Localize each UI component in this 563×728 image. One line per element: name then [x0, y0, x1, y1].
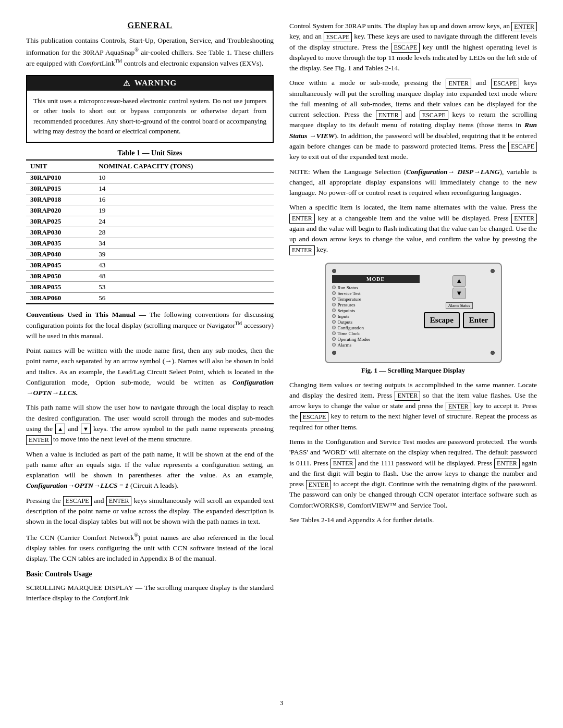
warning-header: ⚠ WARNING [27, 76, 273, 91]
table-row: 30RAP02524 [26, 216, 274, 227]
display-panel: MODE Run Status Service Test [325, 263, 502, 363]
down-arrow: ▼ [452, 288, 466, 299]
items-config-paragraph: Items in the Configuration and Service T… [289, 437, 537, 511]
table-row: 30RAP04543 [26, 260, 274, 270]
dot-left [332, 269, 336, 273]
table-row: 30RAP05048 [26, 270, 274, 281]
escape-key-panel: Escape [424, 312, 460, 328]
table-row: 30RAP03534 [26, 238, 274, 249]
escape-key-r3: ESCAPE [491, 79, 520, 89]
escape-key-r5: ESCAPE [508, 142, 537, 152]
table-cell-unit: 30RAP035 [26, 238, 94, 249]
warning-icon: ⚠ [123, 79, 130, 88]
path-name-paragraph: This path name will show the user how to… [26, 402, 274, 445]
enter-key-r6: ENTER [289, 245, 315, 255]
specific-item-paragraph: When a specific item is located, the ite… [289, 202, 537, 255]
mode-item-label: Configuration [338, 325, 364, 330]
mode-dot [332, 286, 336, 289]
up-arrow-btn: ▲ [55, 424, 65, 435]
dot-bottom-left [332, 351, 336, 355]
escape-key-r1: ESCAPE [324, 32, 352, 42]
enter-key-r8: ENTER [446, 402, 471, 412]
right-p1: Control System for 30RAP units. The disp… [289, 21, 537, 73]
right-column: Control System for 30RAP units. The disp… [289, 21, 537, 689]
table-row: 30RAP02019 [26, 205, 274, 216]
enter-key-r9: ENTER [331, 459, 356, 468]
table-cell-capacity: 53 [94, 281, 274, 292]
basic-controls-heading: Basic Controls Usage [26, 569, 274, 579]
up-arrow: ▲ [452, 275, 466, 287]
table-cell-unit: 30RAP055 [26, 281, 94, 292]
mode-items-list: Run Status Service Test Temperature [332, 285, 420, 348]
conventions-heading: Conventions Used in This Manual — [26, 311, 146, 318]
mode-item-label: Operating Modes [338, 337, 371, 342]
table-row: 30RAP01010 [26, 172, 274, 183]
left-column: GENERAL This publication contains Contro… [26, 21, 274, 689]
right-p2: Once within a mode or sub-mode, pressing… [289, 78, 537, 162]
mode-item-label: Service Test [338, 291, 361, 296]
table-cell-unit: 30RAP030 [26, 227, 94, 238]
see-tables-paragraph: See Tables 2-14 and Appendix A for furth… [289, 515, 537, 525]
escape-key-r2: ESCAPE [391, 43, 420, 53]
unit-sizes-table: UNIT NOMINAL CAPACITY (TONS) 30RAP010103… [26, 159, 274, 304]
mode-dot [332, 314, 336, 318]
enter-key-inline-2: ENTER [106, 496, 132, 506]
enter-key-r7: ENTER [395, 391, 420, 401]
enter-key-r11: ENTER [306, 480, 332, 490]
mode-dot [332, 309, 336, 312]
scrolling-paragraph: SCROLLING MARQUEE DISPLAY — The scrollin… [26, 583, 274, 604]
mode-item-label: Pressures [338, 302, 356, 307]
table-cell-capacity: 28 [94, 227, 274, 238]
mode-item: Service Test [332, 291, 420, 296]
table-row: 30RAP05553 [26, 281, 274, 292]
page-number: 3 [26, 699, 537, 707]
table-cell-unit: 30RAP060 [26, 292, 94, 304]
alarm-status-box: Alarm Status [446, 302, 473, 309]
conventions-paragraph: Conventions Used in This Manual — The fo… [26, 310, 274, 341]
mode-item-label: Time Clock [338, 331, 360, 336]
table-cell-unit: 30RAP040 [26, 249, 94, 260]
intro-paragraph: This publication contains Controls, Star… [26, 35, 274, 69]
enter-key-r10: ENTER [494, 459, 520, 468]
figure-caption: Fig. 1 — Scrolling Marquee Display [361, 366, 465, 375]
mode-item-label: Outputs [338, 319, 353, 325]
arrow-panel: ▲ ▼ [452, 275, 466, 299]
mode-item: Operating Modes [332, 337, 420, 342]
escape-key-r6: ESCAPE [300, 412, 329, 422]
table-row: 30RAP06056 [26, 292, 274, 304]
mode-dot [332, 337, 336, 341]
mode-dot [332, 331, 336, 335]
mode-item-label: Temperature [338, 297, 361, 302]
mode-item: Temperature [332, 297, 420, 302]
changing-paragraph: Changing item values or testing outputs … [289, 380, 537, 433]
mode-item: Setpoints [332, 308, 420, 313]
general-heading: GENERAL [26, 21, 274, 30]
table-cell-unit: 30RAP010 [26, 172, 94, 183]
table-row: 30RAP01816 [26, 194, 274, 205]
panel-right: ▲ ▼ Alarm Status Escape Enter [424, 275, 495, 348]
panel-top-dots [332, 269, 495, 273]
two-column-layout: GENERAL This publication contains Contro… [26, 21, 537, 689]
enter-key-panel: Enter [463, 312, 495, 328]
keys-row: Escape Enter [424, 312, 495, 328]
table-cell-capacity: 16 [94, 194, 274, 205]
table-header-capacity: NOMINAL CAPACITY (TONS) [94, 160, 274, 172]
point-names-paragraph: Point names will be written with the mod… [26, 346, 274, 398]
table-header-unit: UNIT [26, 160, 94, 172]
mode-dot [332, 320, 336, 324]
mode-item-label: Inputs [338, 314, 350, 319]
note-paragraph: NOTE: When the Language Selection (Confi… [289, 167, 537, 199]
mode-item: Alarms [332, 342, 420, 348]
table-cell-unit: 30RAP020 [26, 205, 94, 216]
mode-label: MODE [332, 275, 420, 283]
page: GENERAL This publication contains Contro… [0, 0, 563, 728]
table-row: 30RAP03028 [26, 227, 274, 238]
table-title: Table 1 — Unit Sizes [26, 149, 274, 157]
mode-item: Time Clock [332, 331, 420, 336]
mode-dot [332, 303, 336, 306]
mode-item: Outputs [332, 319, 420, 325]
table-cell-unit: 30RAP018 [26, 194, 94, 205]
table-cell-capacity: 34 [94, 238, 274, 249]
ccn-paragraph: The CCN (Carrier Comfort Network®) point… [26, 531, 274, 564]
escape-key-r4: ESCAPE [420, 110, 448, 120]
